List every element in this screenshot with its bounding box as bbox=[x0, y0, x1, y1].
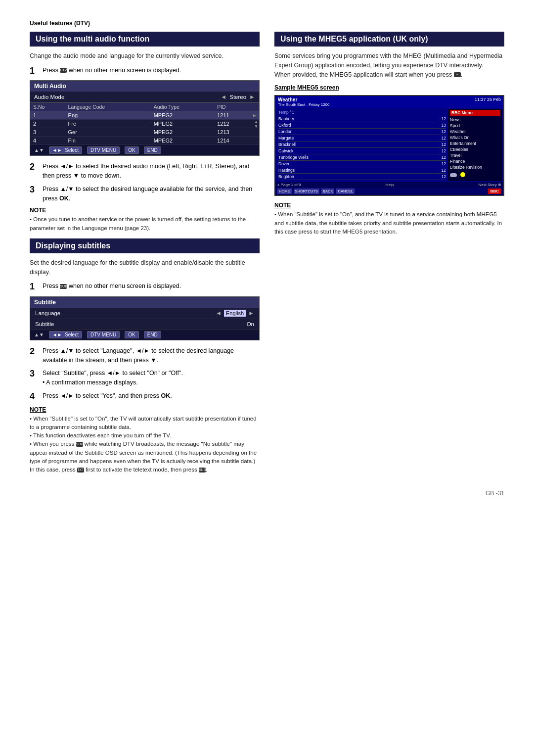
mheg-header: Weather The South East - Friday 1200 11:… bbox=[275, 96, 503, 108]
subtitle-language-row: Language ◄ English ► bbox=[30, 308, 259, 319]
sub-select-btn[interactable]: ◄► Select bbox=[49, 331, 82, 338]
sub-step-2-text: Press ▲/▼ to select "Language", ◄/► to s… bbox=[43, 346, 260, 365]
osd-end-btn[interactable]: END bbox=[144, 146, 161, 154]
col-pid: PID bbox=[214, 103, 250, 111]
mheg5-note-text: When "Subtitle" is set to "On", and the … bbox=[274, 210, 504, 236]
city-name: Margate bbox=[278, 136, 294, 141]
left-column: Using the multi audio function Change th… bbox=[30, 32, 260, 480]
mheg-bbc-logo: BBC bbox=[488, 189, 501, 194]
mheg-weather-title: Weather bbox=[278, 97, 330, 102]
audio-table-row: 3 Ger MPEG2 1213 bbox=[30, 128, 259, 137]
sub-dpad: ▲▼ bbox=[34, 332, 44, 337]
mheg-menu-item: Entertainment bbox=[450, 141, 500, 146]
sub-ok-btn[interactable]: OK bbox=[125, 331, 138, 338]
city-temp: 13 bbox=[442, 123, 446, 128]
subtitle-note: NOTE When "Subtitle" is set to "On", the… bbox=[30, 406, 260, 474]
sub-bottom-bar: ▲▼ ◄► Select DTV MENU OK END bbox=[30, 330, 259, 340]
city-temp: 12 bbox=[442, 116, 446, 121]
page-footer: GB -31 bbox=[30, 490, 504, 497]
subtitle-osd-title: Subtitle bbox=[30, 297, 259, 308]
sub-step-4-text: Press ◄/► to select "Yes", and then pres… bbox=[43, 391, 172, 401]
city-name: London bbox=[278, 129, 292, 134]
right-arrow-icon: ► bbox=[249, 94, 255, 100]
osd-title: Multi Audio bbox=[30, 81, 259, 92]
mheg-city-row: Margate12 bbox=[278, 135, 446, 142]
mheg-menu-items: NewsSportWeatherWhat's OnEntertainmentCB… bbox=[450, 117, 500, 170]
mheg-city-row: Oxford13 bbox=[278, 122, 446, 129]
step-2-text: Press ◄/► to select the desired audio mo… bbox=[43, 162, 260, 181]
cell-lang: Ger bbox=[65, 128, 151, 137]
sub-end-btn[interactable]: END bbox=[144, 331, 161, 338]
sub-dtv-menu-btn[interactable]: DTV MENU bbox=[87, 331, 120, 338]
sub-step-3-text: Select "Subtitle", press ◄/► to select "… bbox=[43, 369, 183, 387]
mheg-city-row: Bracknell12 bbox=[278, 142, 446, 148]
city-temp: 12 bbox=[442, 129, 446, 134]
mheg-city-row: Brighton12 bbox=[278, 174, 446, 180]
mheg-menu-item: Weather bbox=[450, 129, 500, 135]
mheg-city-row: Banbury12 bbox=[278, 116, 446, 122]
txt-icon: TXT bbox=[77, 468, 84, 472]
subtitle-osd: Subtitle Language ◄ English ► Subtitle O… bbox=[30, 296, 260, 340]
step-1: 1 Press DTV when no other menu screen is… bbox=[30, 66, 260, 77]
osd-dtv-menu-btn[interactable]: DTV MENU bbox=[87, 146, 120, 154]
cell-sno: 4 bbox=[30, 137, 65, 145]
multi-audio-title: Using the multi audio function bbox=[30, 32, 260, 47]
cell-sno: 1 bbox=[30, 111, 65, 120]
subtitle-toggle-row: Subtitle On bbox=[30, 319, 259, 330]
sun-icon bbox=[460, 172, 465, 177]
mheg-menu-item: CBeebies bbox=[450, 146, 500, 152]
city-name: Banbury bbox=[278, 116, 294, 121]
mheg-nav-bar: HOME SHORTCUTS BACK CANCEL BBC bbox=[275, 188, 503, 195]
sub-step-2: 2 Press ▲/▼ to select "Language", ◄/► to… bbox=[30, 346, 260, 365]
mheg-title: Weather The South East - Friday 1200 bbox=[278, 97, 330, 107]
mheg-menu-item: What's On bbox=[450, 135, 500, 141]
mheg-page-nav: ± Page 1 of 9 Help Next Story ⊕ bbox=[275, 182, 503, 188]
mheg5-note: NOTE When "Subtitle" is set to "On", and… bbox=[274, 202, 504, 236]
sub-note-3: When you press SUB while watching DTV br… bbox=[30, 440, 260, 474]
audio-table-row: 2 Fre MPEG2 1212 bbox=[30, 120, 259, 128]
osd-select-btn[interactable]: ◄► Select bbox=[49, 146, 82, 154]
multi-audio-osd: Multi Audio Audio Mode ◄ Stereo ► S.No bbox=[30, 80, 260, 156]
lang-right-arrow: ► bbox=[248, 310, 254, 317]
mheg5-title: Using the MHEG5 application (UK only) bbox=[274, 32, 504, 47]
mheg-menu-item: Sport bbox=[450, 123, 500, 129]
mheg-back-btn[interactable]: BACK bbox=[321, 189, 334, 194]
mheg-menu-item: Finance bbox=[450, 158, 500, 164]
sub-toggle-label: Subtitle bbox=[35, 321, 247, 327]
mheg-weather-icons bbox=[450, 172, 500, 178]
mheg-weather-col: Temp °C Banbury12Oxford13London12Margate… bbox=[276, 109, 448, 181]
left-arrow-icon: ◄ bbox=[221, 94, 226, 100]
osd-dpad: ▲▼ bbox=[34, 147, 44, 153]
sub-note-2: This function deactivates each time you … bbox=[30, 431, 260, 440]
cell-lang: Fre bbox=[65, 120, 151, 128]
sub-language-label: Language bbox=[35, 310, 216, 316]
city-temp: 12 bbox=[442, 148, 446, 153]
lang-left-arrow: ◄ bbox=[216, 310, 222, 317]
osd-ok-btn[interactable]: OK bbox=[125, 146, 138, 154]
sub-step-2-num: 2 bbox=[30, 346, 39, 357]
cell-lang: Eng bbox=[65, 111, 151, 120]
mheg-sub-title: The South East - Friday 1200 bbox=[278, 102, 330, 107]
mheg5-note-label: NOTE bbox=[274, 202, 504, 209]
subtitles-intro: Set the desired language for the subtitl… bbox=[30, 258, 260, 277]
cell-pid: 1212 bbox=[214, 120, 250, 128]
city-name: Gatwick bbox=[278, 148, 293, 153]
mheg-home-btn[interactable]: HOME bbox=[277, 189, 292, 194]
mheg5-sample-screen: Weather The South East - Friday 1200 11:… bbox=[274, 95, 504, 196]
mheg-city-row: London12 bbox=[278, 129, 446, 135]
multi-audio-intro: Change the audio mode and language for t… bbox=[30, 51, 260, 61]
sub-step-1: 1 Press SUB when no other menu screen is… bbox=[30, 282, 260, 292]
city-temp: 12 bbox=[442, 155, 446, 160]
mheg-cancel-btn[interactable]: CANCEL bbox=[336, 189, 354, 194]
col-type: Audio Type bbox=[151, 103, 214, 111]
mheg-shortcuts-btn[interactable]: SHORTCUTS bbox=[294, 189, 320, 194]
mheg5-body: Some services bring you programmes with … bbox=[274, 51, 504, 79]
cell-sno: 3 bbox=[30, 128, 65, 137]
city-temp: 12 bbox=[442, 174, 446, 179]
mheg-menu-item: News bbox=[450, 117, 500, 123]
menu-icon: ≡ bbox=[454, 72, 461, 77]
subtitle-note-text: When "Subtitle" is set to "On", the TV w… bbox=[30, 415, 260, 474]
sub-icon: SUB bbox=[60, 284, 67, 289]
mheg-help: Help bbox=[386, 183, 394, 187]
sub-step-4-num: 4 bbox=[30, 391, 39, 402]
